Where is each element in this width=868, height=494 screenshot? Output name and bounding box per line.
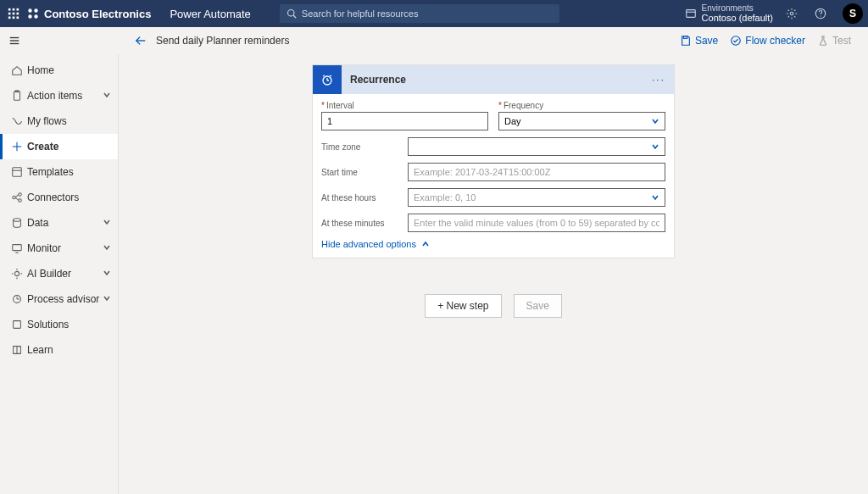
svg-rect-2 xyxy=(17,8,19,11)
new-step-button[interactable]: + New step xyxy=(425,294,501,318)
svg-rect-0 xyxy=(8,8,11,11)
svg-point-11 xyxy=(28,14,31,18)
nav-item-learn[interactable]: Learn xyxy=(0,337,118,363)
svg-rect-4 xyxy=(13,13,15,15)
book-icon xyxy=(7,344,27,356)
timezone-select[interactable] xyxy=(408,137,665,156)
nav-item-solutions[interactable]: Solutions xyxy=(0,312,118,337)
svg-point-34 xyxy=(19,199,22,203)
nav-label: Home xyxy=(27,64,54,76)
svg-rect-3 xyxy=(8,13,11,15)
flask-icon xyxy=(817,35,829,47)
svg-point-12 xyxy=(34,14,37,18)
nav-item-connectors[interactable]: Connectors xyxy=(0,185,118,210)
side-nav: Home Action items My flows Create Templa… xyxy=(0,54,119,494)
home-icon xyxy=(7,64,27,76)
environment-icon xyxy=(685,8,697,19)
nav-label: Monitor xyxy=(27,242,61,254)
chevron-down-icon xyxy=(651,193,659,202)
flow-checker-action[interactable]: Flow checker xyxy=(730,35,805,47)
svg-point-40 xyxy=(14,271,19,275)
nav-label: My flows xyxy=(27,115,67,127)
svg-point-9 xyxy=(28,8,31,12)
hide-advanced-link[interactable]: Hide advanced options xyxy=(321,239,665,249)
svg-point-25 xyxy=(732,36,741,46)
frequency-value: Day xyxy=(504,116,521,126)
nav-item-ai-builder[interactable]: AI Builder xyxy=(0,261,118,286)
nav-item-home[interactable]: Home xyxy=(0,58,118,83)
hours-placeholder: Example: 0, 10 xyxy=(414,192,476,203)
card-body: *Interval *Frequency Day Time zone xyxy=(313,94,674,258)
top-right-controls: Environments Contoso (default) S xyxy=(685,3,868,24)
chevron-down-icon xyxy=(651,142,659,151)
canvas-save-button[interactable]: Save xyxy=(514,294,562,318)
svg-rect-5 xyxy=(17,13,19,15)
nav-item-monitor[interactable]: Monitor xyxy=(0,236,118,261)
app-launcher-icon[interactable] xyxy=(0,8,27,19)
chevron-down-icon xyxy=(103,268,111,280)
svg-rect-30 xyxy=(13,168,22,177)
clock-icon xyxy=(313,65,342,94)
chevron-down-icon xyxy=(103,217,111,229)
minutes-input[interactable] xyxy=(408,214,665,232)
nav-item-action-items[interactable]: Action items xyxy=(0,83,118,108)
nav-item-create[interactable]: Create xyxy=(0,134,118,159)
interval-input[interactable] xyxy=(321,112,488,130)
nav-label: Action items xyxy=(27,90,82,102)
hamburger-button[interactable] xyxy=(0,27,29,54)
search-icon xyxy=(287,8,297,19)
search-box[interactable] xyxy=(280,4,559,23)
recurrence-card: Recurrence ··· *Interval *Frequency Day xyxy=(312,64,675,258)
flow-checker-label: Flow checker xyxy=(745,35,805,47)
product-name[interactable]: Power Automate xyxy=(158,8,262,20)
help-icon[interactable] xyxy=(810,8,831,19)
back-button[interactable] xyxy=(131,31,151,51)
nav-item-my-flows[interactable]: My flows xyxy=(0,108,118,134)
flow-checker-icon xyxy=(730,35,742,47)
nav-item-templates[interactable]: Templates xyxy=(0,159,118,185)
timezone-label: Time zone xyxy=(321,142,398,152)
save-label: Save xyxy=(695,35,718,47)
nav-label: Solutions xyxy=(27,319,69,330)
card-header[interactable]: Recurrence ··· xyxy=(313,65,674,94)
frequency-select[interactable]: Day xyxy=(498,112,665,130)
database-icon xyxy=(7,217,27,229)
connector-icon xyxy=(7,191,27,203)
environment-picker[interactable]: Environments Contoso (default) xyxy=(685,3,773,23)
nav-label: Connectors xyxy=(27,191,79,203)
flow-icon xyxy=(7,115,27,127)
solutions-icon xyxy=(7,319,27,330)
starttime-input[interactable] xyxy=(408,163,665,181)
nav-label: Create xyxy=(27,141,58,153)
chevron-down-icon xyxy=(103,242,111,254)
svg-point-33 xyxy=(19,193,22,197)
minutes-label: At these minutes xyxy=(321,219,398,228)
test-action[interactable]: Test xyxy=(817,35,851,47)
card-menu-button[interactable]: ··· xyxy=(652,74,674,86)
template-icon xyxy=(7,166,27,178)
chevron-down-icon xyxy=(103,293,111,305)
save-action[interactable]: Save xyxy=(680,35,718,47)
nav-item-data[interactable]: Data xyxy=(0,210,118,236)
svg-point-37 xyxy=(14,219,21,222)
svg-point-13 xyxy=(287,10,294,17)
settings-icon[interactable] xyxy=(782,8,802,19)
process-icon xyxy=(7,293,27,305)
svg-point-17 xyxy=(790,12,793,15)
avatar[interactable]: S xyxy=(843,3,863,24)
search-input[interactable] xyxy=(302,8,553,19)
environment-label: Environments xyxy=(702,3,773,13)
brand-name: Contoso Electronics xyxy=(44,8,151,20)
adv-link-label: Hide advanced options xyxy=(321,239,416,249)
hours-select[interactable]: Example: 0, 10 xyxy=(408,188,665,207)
interval-label: *Interval xyxy=(321,101,488,110)
top-bar: Contoso Electronics Power Automate Envir… xyxy=(0,0,868,27)
chevron-down-icon xyxy=(651,117,659,125)
hours-label: At these hours xyxy=(321,193,398,203)
test-label: Test xyxy=(832,35,851,47)
svg-point-19 xyxy=(820,16,821,17)
canvas-buttons: + New step Save xyxy=(425,294,562,318)
environment-name: Contoso (default) xyxy=(702,13,773,23)
nav-item-process-advisor[interactable]: Process advisor xyxy=(0,286,118,312)
plus-icon xyxy=(7,141,27,153)
